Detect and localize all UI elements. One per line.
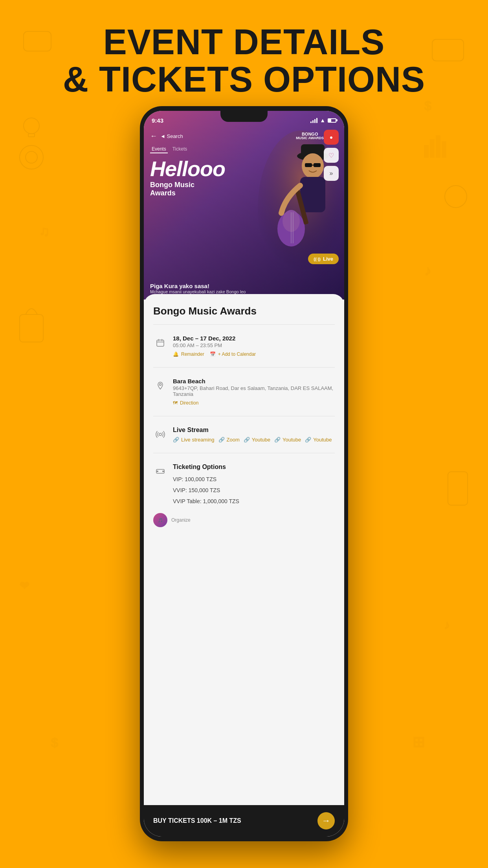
svg-rect-19	[430, 140, 434, 157]
link-icon-3: 🔗	[244, 437, 250, 443]
organizer-logo: 🎵	[153, 513, 167, 527]
time-range: 05:00 AM – 23:55 PM	[173, 342, 335, 348]
svg-rect-38	[157, 340, 164, 346]
live-stream-row: Live Stream 🔗 Live streaming 🔗 Zoom 🔗	[153, 423, 335, 447]
divider-3	[153, 416, 335, 416]
hero-area: ← ◄ Search BONGO MUSIC AWARDS 🎵 Events T…	[144, 111, 344, 300]
event-tabs: Events Tickets	[150, 145, 189, 153]
signal-bars-icon	[310, 118, 317, 123]
buy-arrow-button[interactable]: →	[317, 812, 335, 829]
svg-text:❤: ❤	[20, 579, 29, 592]
divider-4	[153, 453, 335, 453]
stream-link-1[interactable]: 🔗 Live streaming	[173, 437, 215, 443]
location-actions: 🗺 Direction	[173, 400, 335, 406]
svg-text:♫: ♫	[39, 223, 50, 239]
location-address: 9643+7QP, Bahari Road, Dar es Salaam, Ta…	[173, 385, 335, 397]
svg-text:⊞: ⊞	[413, 734, 425, 750]
stream-links: 🔗 Live streaming 🔗 Zoom 🔗 Youtube �	[173, 437, 335, 443]
svg-point-43	[159, 433, 161, 436]
ticket-icon	[153, 464, 167, 478]
ticket-vip: VIP: 100,000 TZS	[173, 474, 335, 485]
link-icon-5: 🔗	[305, 437, 311, 443]
divider-1	[153, 324, 335, 325]
ticketing-row: Ticketing Options VIP: 100,000 TZS VVIP:…	[153, 460, 335, 511]
stream-link-2[interactable]: 🔗 Zoom	[218, 437, 240, 443]
organizer-row: 🎵 Organize	[153, 511, 335, 530]
svg-rect-20	[436, 136, 440, 157]
add-calendar-button[interactable]: 📅 + Add to Calendar	[210, 351, 256, 357]
svg-point-0	[20, 145, 43, 169]
ticketing-label: Ticketing Options	[173, 463, 335, 471]
hero-nav: ← ◄ Search BONGO MUSIC AWARDS 🎵	[144, 130, 344, 142]
live-stream-icon	[153, 427, 167, 441]
calendar-actions: 🔔 Remainder 📅 + Add to Calendar	[173, 351, 335, 357]
svg-rect-21	[442, 142, 446, 157]
date-time-content: 18, Dec – 17 Dec, 2022 05:00 AM – 23:55 …	[173, 335, 335, 357]
live-stream-label: Live Stream	[173, 427, 335, 434]
svg-point-1	[26, 151, 37, 163]
divider-2	[153, 367, 335, 368]
location-name: Bara Beach	[173, 378, 335, 384]
calendar-icon	[153, 336, 167, 350]
stream-link-3[interactable]: 🔗 Youtube	[244, 437, 270, 443]
svg-point-42	[160, 384, 161, 386]
svg-rect-29	[314, 163, 321, 167]
ticket-options: VIP: 100,000 TZS VVIP: 150,000 TZS VVIP …	[173, 474, 335, 507]
live-stream-content: Live Stream 🔗 Live streaming 🔗 Zoom 🔗	[173, 427, 335, 443]
svg-text:$: $	[51, 736, 58, 750]
ticketing-content: Ticketing Options VIP: 100,000 TZS VVIP:…	[173, 463, 335, 507]
svg-point-46	[162, 471, 164, 472]
svg-rect-15	[28, 134, 35, 137]
live-badge: ((·)) Live	[308, 254, 339, 264]
phone-screen: 9:43 ▲	[144, 111, 344, 837]
hero-bottom-text: Piga Kura yako sasa! Mchague msanii unay…	[150, 283, 246, 294]
ticket-vvip: VVIP: 150,000 TZS	[173, 485, 335, 496]
stream-link-4[interactable]: 🔗 Youtube	[274, 437, 301, 443]
location-icon	[153, 379, 167, 393]
favorite-button[interactable]: ♡	[324, 148, 339, 163]
direction-button[interactable]: 🗺 Direction	[173, 400, 198, 406]
location-row: Bara Beach 9643+7QP, Bahari Road, Dar es…	[153, 374, 335, 410]
stream-link-5[interactable]: 🔗 Youtube	[305, 437, 332, 443]
hero-main-title: Hellooo	[150, 158, 225, 179]
record-button[interactable]: ●	[324, 130, 339, 145]
svg-rect-18	[424, 145, 428, 157]
hero-title: Hellooo Bongo Music Awards	[150, 158, 225, 197]
svg-rect-8	[20, 314, 43, 342]
search-label[interactable]: ◄ Search	[160, 133, 183, 139]
share-button[interactable]: »	[324, 166, 339, 181]
status-time: 9:43	[152, 117, 163, 124]
tab-events[interactable]: Events	[150, 145, 168, 153]
svg-point-14	[24, 118, 39, 134]
content-card: Bongo Music Awards 18, Dec – 17 Dec, 202…	[144, 294, 344, 837]
hero-subtitle: Bongo Music Awards	[150, 181, 225, 197]
ticket-vvip-table: VVIP Table: 1,000,000 TZS	[173, 496, 335, 507]
svg-point-2	[445, 186, 467, 208]
right-action-buttons: ● ♡ »	[324, 130, 339, 181]
svg-rect-17	[448, 472, 468, 505]
battery-icon	[328, 118, 336, 123]
phone-frame: 9:43 ▲	[140, 106, 348, 841]
svg-text:$: $	[424, 99, 431, 113]
organizer-label: Organize	[171, 517, 191, 523]
svg-text:♪: ♪	[444, 618, 450, 631]
title-line1: EVENT DETAILS & TICKETS OPTIONS	[0, 24, 488, 98]
link-icon-2: 🔗	[218, 437, 225, 443]
svg-point-45	[157, 471, 158, 472]
buy-tickets-label: BUY TICKETS 100K – 1M TZS	[153, 817, 241, 824]
back-button[interactable]: ←	[150, 132, 157, 140]
phone-notch	[220, 111, 268, 122]
buy-tickets-bar[interactable]: BUY TICKETS 100K – 1M TZS →	[144, 805, 344, 837]
link-icon-1: 🔗	[173, 437, 179, 443]
date-time-row: 18, Dec – 17 Dec, 2022 05:00 AM – 23:55 …	[153, 331, 335, 361]
page-title: EVENT DETAILS & TICKETS OPTIONS	[0, 24, 488, 98]
link-icon-4: 🔗	[274, 437, 281, 443]
event-name: Bongo Music Awards	[153, 305, 335, 317]
status-icons: ▲	[310, 117, 336, 123]
svg-text:♪: ♪	[424, 263, 431, 278]
location-content: Bara Beach 9643+7QP, Bahari Road, Dar es…	[173, 378, 335, 406]
tab-tickets[interactable]: Tickets	[171, 145, 189, 153]
reminder-button[interactable]: 🔔 Remainder	[173, 351, 204, 357]
svg-rect-28	[305, 163, 312, 167]
brand-name-line2: MUSIC AWARDS	[296, 136, 324, 140]
